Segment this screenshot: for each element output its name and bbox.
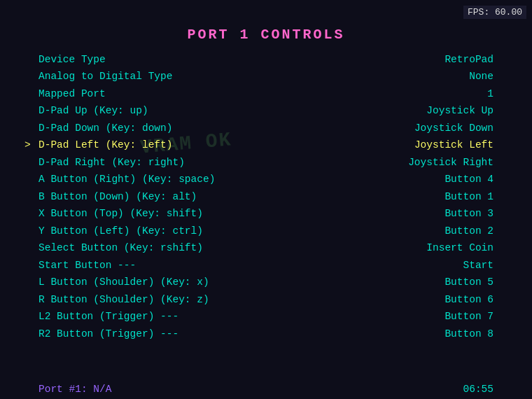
control-value: Joystick Right: [408, 155, 493, 170]
control-value: Insert Coin: [426, 240, 493, 255]
table-row[interactable]: Select Button (Key: rshift) Insert Coin: [38, 239, 493, 256]
control-label: Analog to Digital Type: [38, 69, 172, 84]
control-label: Mapped Port: [38, 86, 106, 102]
control-value: Joystick Down: [414, 120, 493, 136]
control-value: RetroPad: [444, 52, 493, 67]
control-value: Button 1: [444, 189, 493, 204]
control-label: L2 Button (Trigger) ---: [38, 309, 178, 324]
table-row[interactable]: Device Type RetroPad: [38, 51, 493, 68]
control-value: Button 5: [444, 274, 493, 290]
table-row[interactable]: D-Pad Down (Key: down) Joystick Down: [38, 120, 493, 136]
control-label: X Button (Top) (Key: shift): [38, 206, 203, 221]
control-label: Y Button (Left) (Key: ctrl): [38, 223, 203, 239]
control-value: Joystick Up: [426, 103, 493, 118]
table-row[interactable]: B Button (Down) (Key: alt) Button 1: [38, 188, 493, 205]
control-label: Start Button ---: [38, 258, 136, 273]
active-marker: >: [24, 137, 31, 153]
control-label: R Button (Shoulder) (Key: z): [38, 292, 209, 307]
control-label: D-Pad Down (Key: down): [38, 120, 172, 136]
table-row[interactable]: R Button (Shoulder) (Key: z) Button 6: [38, 291, 493, 308]
status-port: Port #1: N/A: [38, 384, 111, 395]
control-value: Button 3: [444, 206, 493, 221]
control-value: Joystick Left: [414, 137, 493, 153]
control-value: Button 2: [444, 223, 493, 239]
control-label: L Button (Shoulder) (Key: x): [38, 274, 209, 290]
table-row[interactable]: Start Button --- Start: [38, 257, 493, 274]
control-label: D-Pad Up (Key: up): [38, 103, 148, 118]
control-label: B Button (Down) (Key: alt): [38, 189, 197, 204]
table-row[interactable]: > D-Pad Left (Key: left) Joystick Left: [38, 136, 493, 153]
table-row[interactable]: Analog to Digital Type None: [38, 68, 493, 85]
fps-counter: FPS: 60.00: [463, 6, 526, 19]
control-value: None: [469, 69, 493, 84]
control-label: A Button (Right) (Key: space): [38, 172, 215, 187]
page-title: PORT 1 CONTROLS: [0, 0, 532, 48]
table-row[interactable]: D-Pad Right (Key: right) Joystick Right: [38, 154, 493, 171]
control-label: D-Pad Right (Key: right): [38, 155, 185, 170]
table-row[interactable]: Mapped Port 1: [38, 85, 493, 102]
controls-table: Device Type RetroPad Analog to Digital T…: [0, 51, 532, 342]
table-row[interactable]: D-Pad Up (Key: up) Joystick Up: [38, 102, 493, 119]
table-row[interactable]: L Button (Shoulder) (Key: x) Button 5: [38, 274, 493, 290]
control-value: Button 4: [444, 172, 493, 187]
table-row[interactable]: R2 Button (Trigger) --- Button 8: [38, 326, 493, 342]
status-time: 06:55: [463, 384, 493, 395]
table-row[interactable]: L2 Button (Trigger) --- Button 7: [38, 308, 493, 325]
control-value: Start: [463, 258, 493, 273]
table-row[interactable]: X Button (Top) (Key: shift) Button 3: [38, 205, 493, 222]
control-value: 1: [487, 86, 493, 102]
status-bar: Port #1: N/A 06:55: [0, 379, 532, 399]
table-row[interactable]: Y Button (Left) (Key: ctrl) Button 2: [38, 223, 493, 239]
control-value: Button 6: [444, 292, 493, 307]
control-label: Select Button (Key: rshift): [38, 240, 203, 255]
control-label: R2 Button (Trigger) ---: [38, 326, 178, 342]
table-row[interactable]: A Button (Right) (Key: space) Button 4: [38, 171, 493, 188]
control-value: Button 7: [444, 309, 493, 324]
screen: FPS: 60.00 PORT 1 CONTROLS VRAM OK Devic…: [0, 0, 532, 399]
control-label: D-Pad Left (Key: left): [38, 137, 172, 153]
control-label: Device Type: [38, 52, 106, 67]
control-value: Button 8: [444, 326, 493, 342]
